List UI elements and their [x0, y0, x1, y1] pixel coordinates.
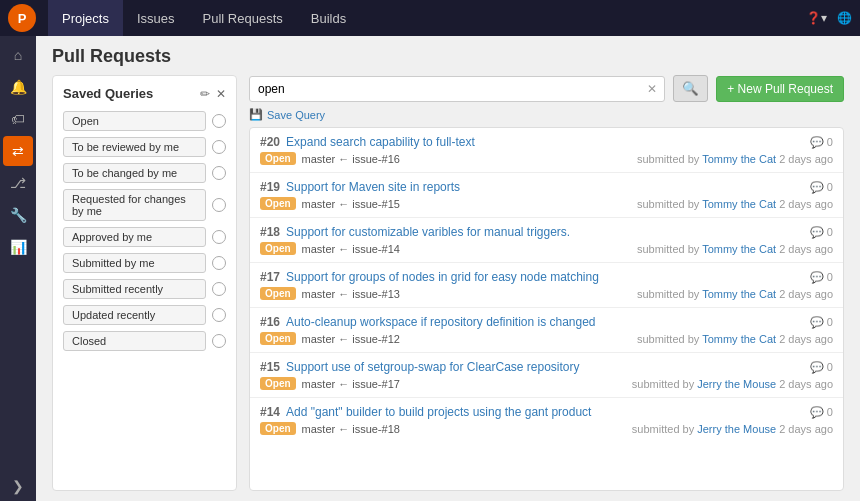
search-clear-icon[interactable]: ✕: [647, 82, 657, 96]
pr-title[interactable]: Auto-cleanup workspace if repository def…: [286, 315, 596, 329]
query-button[interactable]: Closed: [63, 331, 206, 351]
pr-meta: Open master ← issue-#13: [260, 287, 400, 300]
pr-submitter-link[interactable]: Tommy the Cat: [702, 198, 776, 210]
pr-submitter-link[interactable]: Tommy the Cat: [702, 333, 776, 345]
pr-branch-info: master ← issue-#13: [302, 288, 400, 300]
query-button[interactable]: Submitted by me: [63, 253, 206, 273]
search-bar: ✕ 🔍 + New Pull Request: [249, 75, 844, 102]
query-item: To be reviewed by me: [63, 137, 226, 157]
pr-submitter-link[interactable]: Tommy the Cat: [702, 243, 776, 255]
pr-submitter: submitted by Tommy the Cat 2 days ago: [637, 243, 833, 255]
pr-item-bottom: Open master ← issue-#15 submitted by Tom…: [260, 197, 833, 210]
query-radio[interactable]: [212, 334, 226, 348]
search-input[interactable]: [249, 76, 665, 102]
pr-item-bottom: Open master ← issue-#13 submitted by Tom…: [260, 287, 833, 300]
bell-icon[interactable]: 🔔: [3, 72, 33, 102]
nav-pull-requests[interactable]: Pull Requests: [189, 0, 297, 36]
pr-title[interactable]: Expand search capability to full-text: [286, 135, 475, 149]
branch-arrow: ←: [338, 243, 349, 255]
query-button[interactable]: Updated recently: [63, 305, 206, 325]
query-radio[interactable]: [212, 308, 226, 322]
query-button[interactable]: Open: [63, 111, 206, 131]
pr-number: #17: [260, 270, 280, 284]
top-nav: P Projects Issues Pull Requests Builds ❓…: [0, 0, 860, 36]
pr-panel: ✕ 🔍 + New Pull Request 💾 Save Query #20 …: [249, 75, 844, 491]
pr-title[interactable]: Add "gant" builder to build projects usi…: [286, 405, 591, 419]
query-radio[interactable]: [212, 198, 226, 212]
query-item: Approved by me: [63, 227, 226, 247]
pr-icon[interactable]: ⇄: [3, 136, 33, 166]
pr-item: #18 Support for customizable varibles fo…: [250, 218, 843, 263]
pr-title-area: #17 Support for groups of nodes in grid …: [260, 270, 599, 284]
pr-title[interactable]: Support use of setgroup-swap for ClearCa…: [286, 360, 579, 374]
pr-submitter-link[interactable]: Jerry the Mouse: [697, 378, 776, 390]
save-icon: 💾: [249, 108, 263, 121]
query-button[interactable]: Requested for changes by me: [63, 189, 206, 221]
query-radio[interactable]: [212, 256, 226, 270]
pr-status-badge: Open: [260, 197, 296, 210]
new-pull-request-button[interactable]: + New Pull Request: [716, 76, 844, 102]
pr-title-area: #15 Support use of setgroup-swap for Cle…: [260, 360, 580, 374]
pr-submitter-link[interactable]: Jerry the Mouse: [697, 423, 776, 435]
query-item: Open: [63, 111, 226, 131]
pr-item-bottom: Open master ← issue-#12 submitted by Tom…: [260, 332, 833, 345]
branch-icon[interactable]: ⎇: [3, 168, 33, 198]
main-layout: ⌂ 🔔 🏷 ⇄ ⎇ 🔧 📊 ❯ Pull Requests Saved Quer…: [0, 36, 860, 501]
expand-icon[interactable]: ❯: [3, 471, 33, 501]
pr-item-bottom: Open master ← issue-#18 submitted by Jer…: [260, 422, 833, 435]
pr-item-top: #16 Auto-cleanup workspace if repository…: [260, 315, 833, 329]
pr-title[interactable]: Support for groups of nodes in grid for …: [286, 270, 599, 284]
pr-submitter-link[interactable]: Tommy the Cat: [702, 288, 776, 300]
pr-submitter-link[interactable]: Tommy the Cat: [702, 153, 776, 165]
nav-builds[interactable]: Builds: [297, 0, 360, 36]
pr-item: #14 Add "gant" builder to build projects…: [250, 398, 843, 442]
query-button[interactable]: To be reviewed by me: [63, 137, 206, 157]
pr-branch-info: master ← issue-#17: [302, 378, 400, 390]
nav-right-icons: ❓▾ 🌐: [806, 11, 852, 25]
pr-comment-count: 💬 0: [810, 181, 833, 194]
pr-item-top: #17 Support for groups of nodes in grid …: [260, 270, 833, 284]
pr-title-area: #16 Auto-cleanup workspace if repository…: [260, 315, 596, 329]
query-radio[interactable]: [212, 114, 226, 128]
query-button[interactable]: Approved by me: [63, 227, 206, 247]
page-title: Pull Requests: [36, 36, 860, 75]
query-item: Submitted recently: [63, 279, 226, 299]
nav-projects[interactable]: Projects: [48, 0, 123, 36]
query-button[interactable]: To be changed by me: [63, 163, 206, 183]
branch-arrow: ←: [338, 423, 349, 435]
main-content: Pull Requests Saved Queries ✏ ✕ OpenTo b…: [36, 36, 860, 501]
query-radio[interactable]: [212, 140, 226, 154]
tag-icon[interactable]: 🏷: [3, 104, 33, 134]
pr-item: #20 Expand search capability to full-tex…: [250, 128, 843, 173]
pr-number: #18: [260, 225, 280, 239]
close-queries-icon[interactable]: ✕: [216, 87, 226, 101]
nav-issues[interactable]: Issues: [123, 0, 189, 36]
save-query-link[interactable]: 💾 Save Query: [249, 108, 844, 121]
help-icon[interactable]: ❓▾: [806, 11, 827, 25]
pr-title-area: #19 Support for Maven site in reports: [260, 180, 460, 194]
pr-title[interactable]: Support for customizable varibles for ma…: [286, 225, 570, 239]
query-item: To be changed by me: [63, 163, 226, 183]
pr-status-badge: Open: [260, 242, 296, 255]
query-radio[interactable]: [212, 230, 226, 244]
pr-meta: Open master ← issue-#14: [260, 242, 400, 255]
chart-icon[interactable]: 📊: [3, 232, 33, 262]
pr-submitter: submitted by Tommy the Cat 2 days ago: [637, 153, 833, 165]
edit-queries-icon[interactable]: ✏: [200, 87, 210, 101]
globe-icon[interactable]: 🌐: [837, 11, 852, 25]
logo[interactable]: P: [8, 4, 36, 32]
pr-branch-info: master ← issue-#18: [302, 423, 400, 435]
home-icon[interactable]: ⌂: [3, 40, 33, 70]
query-button[interactable]: Submitted recently: [63, 279, 206, 299]
search-button[interactable]: 🔍: [673, 75, 708, 102]
pr-title[interactable]: Support for Maven site in reports: [286, 180, 460, 194]
pr-item: #17 Support for groups of nodes in grid …: [250, 263, 843, 308]
pr-status-badge: Open: [260, 287, 296, 300]
query-radio[interactable]: [212, 166, 226, 180]
query-list: OpenTo be reviewed by meTo be changed by…: [63, 111, 226, 351]
pr-submitter: submitted by Jerry the Mouse 2 days ago: [632, 423, 833, 435]
pr-comment-count: 💬 0: [810, 316, 833, 329]
build-icon[interactable]: 🔧: [3, 200, 33, 230]
query-radio[interactable]: [212, 282, 226, 296]
pr-submitter: submitted by Jerry the Mouse 2 days ago: [632, 378, 833, 390]
